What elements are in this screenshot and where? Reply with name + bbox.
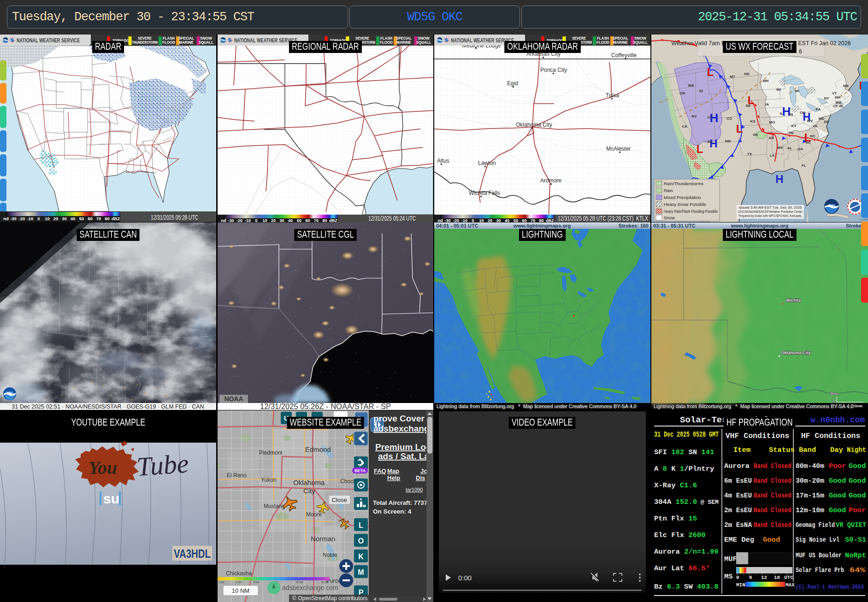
svg-text:IN: IN [789,112,793,117]
svg-text:Heavy Rain/Flash Flooding Poss: Heavy Rain/Flash Flooding Possible [664,209,718,214]
svg-text:nd: nd [438,218,443,222]
svg-text:Lightning data from Blitzortun: Lightning data from Blitzortung.org * Ma… [437,403,637,409]
svg-text:Jo: Jo [420,468,427,474]
svg-text:FLOOD: FLOOD [596,41,609,45]
svg-text:-30: -30 [10,216,17,221]
svg-text:4 000: 4 000 [218,581,224,584]
svg-text:20: 20 [53,216,59,221]
svg-text:40: 40 [288,218,293,222]
svg-text:WI: WI [776,88,781,92]
svg-text:0:00: 0:00 [458,574,472,582]
svg-text:H: H [775,173,783,185]
svg-text:Norman: Norman [311,535,335,543]
svg-text:AR: AR [768,136,774,140]
svg-text:FLASH: FLASH [597,36,609,41]
svg-text:-30: -30 [444,218,450,222]
svg-text:SC: SC [805,140,810,145]
svg-text:60: 60 [305,218,310,222]
svg-text:20: 20 [488,218,492,222]
svg-text:-10: -10 [461,218,467,222]
svg-text:30: 30 [62,216,67,221]
svg-text:Ponca City: Ponca City [540,67,567,73]
svg-text:NC: NC [810,134,815,138]
svg-text:Aurora: Aurora [724,462,750,470]
svg-text:Good: Good [829,506,846,514]
svg-text:Band Closed: Band Closed [754,521,791,529]
svg-text:NATIONAL WEATHER SERVICE: NATIONAL WEATHER SERVICE [17,37,80,44]
svg-text:40: 40 [505,218,509,222]
svg-text:WA: WA [688,83,694,88]
svg-text:MS: MS [777,146,783,150]
svg-text:80: 80 [539,218,543,222]
svg-text:6: 6 [749,575,752,580]
svg-text:Noble: Noble [323,552,337,558]
svg-text:OH: OH [800,111,805,115]
svg-text:-20: -20 [19,216,25,221]
svg-text:Tube: Tube [136,448,189,482]
svg-text:Poor: Poor [849,506,866,514]
svg-text:NV: NV [691,114,697,118]
svg-text:Issued 3:49 AM EST Tue, Dec 3: Issued 3:49 AM EST Tue, Dec 30, 2025 [739,205,802,210]
svg-text:FLASH: FLASH [163,36,175,41]
svg-text:0: 0 [37,216,40,221]
svg-text:Elc Flx 2600: Elc Flx 2600 [654,531,706,539]
svg-text:Mixed Precipitation: Mixed Precipitation [664,195,701,200]
svg-text:WV: WV [807,119,814,123]
svg-text:MUF US Boulder: MUF US Boulder [796,551,842,560]
svg-text:Chickasha: Chickasha [226,570,252,577]
svg-text:Wichita: Wichita [786,298,801,303]
svg-text:McAlester: McAlester [606,146,631,152]
svg-text:Solar Flare Prb: Solar Flare Prb [796,566,844,574]
svg-text:CT: CT [833,104,838,108]
svg-text:nd: nd [3,216,9,221]
svg-text:You: You [89,457,117,478]
svg-text:VR QUIET: VR QUIET [836,521,866,529]
svg-text:12m-10m: 12m-10m [796,506,824,514]
svg-text:AL: AL [787,146,792,150]
svg-text:SEVERE: SEVERE [355,36,369,41]
svg-text:Piedmont: Piedmont [259,450,283,456]
svg-text:dBZ: dBZ [329,218,337,222]
svg-text:304A 152.0 @ SEM: 304A 152.0 @ SEM [654,498,719,506]
svg-text:VHF Conditions: VHF Conditions [726,432,790,440]
svg-text:Egid: Egid [507,80,518,87]
svg-text:City: City [303,487,315,495]
svg-text:SFI 182 SN 141: SFI 182 SN 141 [654,448,714,456]
svg-text:El Reno: El Reno [227,472,247,479]
svg-text:SPECIAL: SPECIAL [396,36,412,41]
svg-text:31 Dec 2025 0528 GMT: 31 Dec 2025 0528 GMT [654,430,719,439]
svg-text:SPECIAL: SPECIAL [178,36,194,41]
svg-text:Tulsa: Tulsa [606,92,619,99]
svg-text:DE: DE [824,120,829,124]
svg-text:4m EsEU: 4m EsEU [724,491,752,500]
svg-text:www.lightningmaps.org: www.lightningmaps.org [513,223,571,228]
svg-text:2m EsEU: 2m EsEU [724,506,752,514]
svg-text:K: K [358,553,364,561]
svg-text:-10: -10 [245,218,251,222]
svg-text:0: 0 [736,575,739,580]
svg-text:Band: Band [799,446,816,454]
svg-text:ME: ME [843,84,849,88]
svg-text:40: 40 [71,216,76,221]
svg-text:Premium Logi: Premium Logi [375,442,433,452]
svg-text:Aurora 2/n=1.99: Aurora 2/n=1.99 [654,548,719,556]
svg-text:© OpenStreetMap contributors: © OpenStreetMap contributors [292,595,367,602]
svg-text:MO: MO [769,120,775,124]
svg-text:Coffeyville: Coffeyville [611,52,637,58]
svg-text:Rain: Rain [664,188,673,193]
svg-text:03:31 - 05:31 UTC: 03:31 - 05:31 UTC [653,223,696,228]
svg-text:80m-40m: 80m-40m [796,462,824,470]
svg-text:PA: PA [816,107,821,111]
svg-text:Strokes: 160: Strokes: 160 [619,223,649,228]
svg-text:MS: MS [724,573,733,581]
svg-text:SQUALL: SQUALL [199,41,213,45]
svg-text:12/31/2025 05:26Z - NOAA/STAR: 12/31/2025 05:26Z - NOAA/STAR - SP [260,402,391,410]
svg-text:MAX: MAX [785,582,795,588]
svg-text:Item: Item [733,446,750,454]
svg-text:FLOOD: FLOOD [380,41,393,45]
svg-text:LA: LA [770,153,775,158]
svg-text:w.n0nbh.com: w.n0nbh.com [810,415,865,425]
svg-text:GA: GA [797,147,803,151]
svg-text:NATIONAL WEATHER SERVICE: NATIONAL WEATHER SERVICE [234,37,297,44]
svg-text:dBZ: dBZ [112,216,120,221]
